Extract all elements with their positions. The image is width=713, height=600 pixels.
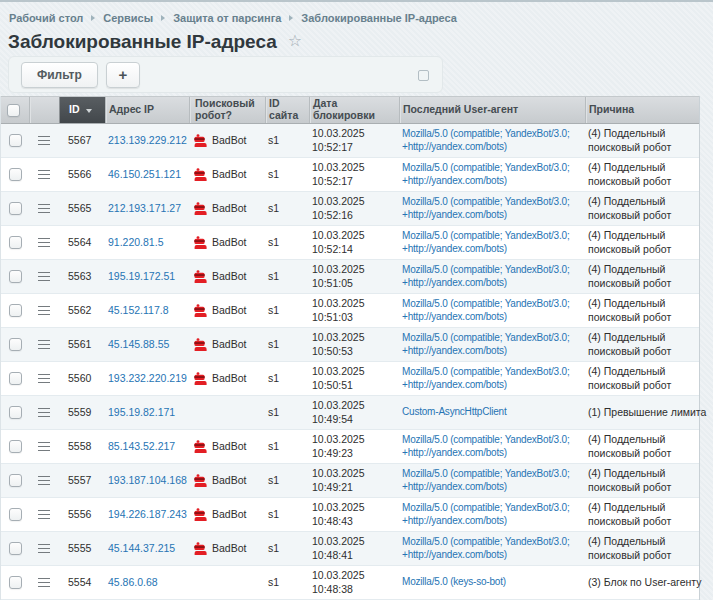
ip-link[interactable]: 212.193.171.27: [108, 202, 181, 215]
row-checkbox[interactable]: [9, 406, 22, 419]
breadcrumb-link-parsing-protection[interactable]: Защита от парсинга: [173, 12, 281, 24]
user-agent-link[interactable]: Mozilla/5.0 (keys-so-bot): [402, 576, 506, 589]
row-menu-icon[interactable]: [38, 578, 50, 587]
user-agent-link[interactable]: Mozilla/5.0 (compatible; YandexBot/3.0;+…: [402, 298, 569, 323]
user-agent-link[interactable]: Mozilla/5.0 (compatible; YandexBot/3.0;+…: [402, 332, 569, 357]
row-menu-icon[interactable]: [38, 510, 50, 519]
add-button[interactable]: +: [106, 62, 140, 88]
badbot-icon: [194, 338, 207, 351]
ip-link[interactable]: 193.187.104.168: [108, 474, 187, 487]
row-menu-icon[interactable]: [38, 170, 50, 179]
column-header-id[interactable]: ID: [59, 97, 105, 123]
ua-line: +http://yandex.com/bots): [402, 277, 569, 290]
block-date-lines: 10.03.202510:51:03: [312, 297, 365, 323]
row-menu-icon[interactable]: [38, 136, 50, 145]
reason-lines: (4) Поддельныйпоисковый робот: [588, 127, 671, 153]
row-checkbox[interactable]: [9, 474, 22, 487]
row-menu-icon[interactable]: [38, 204, 50, 213]
badbot-badge: BadBot: [194, 440, 246, 453]
row-menu-cell: [29, 192, 59, 225]
ip-link[interactable]: 195.19.82.171: [108, 406, 175, 419]
row-menu-icon[interactable]: [38, 340, 50, 349]
row-menu-cell: [29, 294, 59, 327]
grid-settings-icon[interactable]: [418, 70, 429, 81]
row-menu-icon[interactable]: [38, 272, 50, 281]
row-menu-icon[interactable]: [38, 238, 50, 247]
block-date-lines: 10.03.202510:48:43: [312, 501, 365, 527]
site-id: s1: [265, 328, 309, 361]
date-line: 10:49:23: [312, 447, 365, 460]
user-agent-link[interactable]: Custom-AsyncHttpClient: [402, 406, 507, 419]
ip-link[interactable]: 45.152.117.8: [108, 304, 169, 317]
reason-line: поисковый робот: [588, 379, 671, 392]
row-checkbox[interactable]: [9, 168, 22, 181]
user-agent-link[interactable]: Mozilla/5.0 (compatible; YandexBot/3.0;+…: [402, 468, 569, 493]
robot-cell: BadBot: [189, 498, 265, 531]
user-agent-link[interactable]: Mozilla/5.0 (compatible; YandexBot/3.0;+…: [402, 536, 569, 561]
ip-link[interactable]: 194.226.187.243: [108, 508, 187, 521]
column-header-reason[interactable]: Причина: [585, 97, 701, 123]
date-line: 10.03.2025: [312, 399, 365, 412]
ip-link[interactable]: 46.150.251.121: [108, 168, 181, 181]
ip-link[interactable]: 193.232.220.219: [108, 372, 187, 385]
block-date-lines: 10.03.202510:49:54: [312, 399, 365, 425]
user-agent-link[interactable]: Mozilla/5.0 (compatible; YandexBot/3.0;+…: [402, 196, 569, 221]
reason-line: поисковый робот: [588, 481, 671, 494]
site-id: s1: [265, 226, 309, 259]
row-id: 5562: [59, 294, 105, 327]
row-select-cell: [1, 498, 29, 531]
row-checkbox[interactable]: [9, 338, 22, 351]
row-menu-icon[interactable]: [38, 442, 50, 451]
ip-link[interactable]: 85.143.52.217: [108, 440, 175, 453]
row-checkbox[interactable]: [9, 304, 22, 317]
row-menu-icon[interactable]: [38, 374, 50, 383]
breadcrumb-separator-icon: [91, 15, 95, 21]
row-menu-icon[interactable]: [38, 476, 50, 485]
column-header-ip[interactable]: Адрес IP: [105, 97, 189, 123]
user-agent-link[interactable]: Mozilla/5.0 (compatible; YandexBot/3.0;+…: [402, 502, 569, 527]
ip-link[interactable]: 45.86.0.68: [108, 576, 158, 589]
column-header-ua[interactable]: Последний User-агент: [399, 97, 585, 123]
reason-lines: (4) Поддельныйпоисковый робот: [588, 229, 671, 255]
breadcrumb-link-desktop[interactable]: Рабочий стол: [9, 12, 83, 24]
row-menu-icon[interactable]: [38, 306, 50, 315]
column-header-date[interactable]: Дата блокировки: [309, 97, 399, 123]
row-checkbox[interactable]: [9, 270, 22, 283]
row-id: 5563: [59, 260, 105, 293]
column-header-robot[interactable]: Поисковый робот?: [189, 97, 265, 123]
select-all-checkbox[interactable]: [7, 104, 20, 117]
ip-link[interactable]: 195.19.172.51: [108, 270, 175, 283]
row-checkbox[interactable]: [9, 508, 22, 521]
row-checkbox[interactable]: [9, 542, 22, 555]
column-header-site[interactable]: ID сайта: [265, 97, 309, 123]
row-checkbox[interactable]: [9, 440, 22, 453]
ip-link[interactable]: 213.139.229.212: [108, 134, 187, 147]
ip-cell: 45.86.0.68: [105, 566, 189, 599]
row-menu-icon[interactable]: [38, 408, 50, 417]
ua-line: Mozilla/5.0 (compatible; YandexBot/3.0;: [402, 434, 569, 447]
row-checkbox[interactable]: [9, 236, 22, 249]
row-checkbox[interactable]: [9, 134, 22, 147]
reason-cell: (4) Поддельныйпоисковый робот: [585, 362, 701, 395]
ip-link[interactable]: 45.145.88.55: [108, 338, 169, 351]
user-agent-link[interactable]: Mozilla/5.0 (compatible; YandexBot/3.0;+…: [402, 264, 569, 289]
badbot-icon: [194, 508, 207, 521]
user-agent-link[interactable]: Mozilla/5.0 (compatible; YandexBot/3.0;+…: [402, 128, 569, 153]
ip-link[interactable]: 91.220.81.5: [108, 236, 163, 249]
breadcrumb-link-services[interactable]: Сервисы: [103, 12, 153, 24]
row-checkbox[interactable]: [9, 372, 22, 385]
row-checkbox[interactable]: [9, 202, 22, 215]
reason-line: (4) Поддельный: [588, 263, 671, 276]
user-agent-link[interactable]: Mozilla/5.0 (compatible; YandexBot/3.0;+…: [402, 366, 569, 391]
user-agent-link[interactable]: Mozilla/5.0 (compatible; YandexBot/3.0;+…: [402, 434, 569, 459]
site-id: s1: [265, 566, 309, 599]
date-line: 10:50:53: [312, 345, 365, 358]
ip-link[interactable]: 45.144.37.215: [108, 542, 175, 555]
row-menu-icon[interactable]: [38, 544, 50, 553]
user-agent-link[interactable]: Mozilla/5.0 (compatible; YandexBot/3.0;+…: [402, 230, 569, 255]
reason-lines: (4) Поддельныйпоисковый робот: [588, 433, 671, 459]
row-checkbox[interactable]: [9, 576, 22, 589]
user-agent-link[interactable]: Mozilla/5.0 (compatible; YandexBot/3.0;+…: [402, 162, 569, 187]
favorite-star-icon[interactable]: ☆: [288, 33, 302, 49]
filter-button[interactable]: Фильтр: [21, 62, 98, 88]
